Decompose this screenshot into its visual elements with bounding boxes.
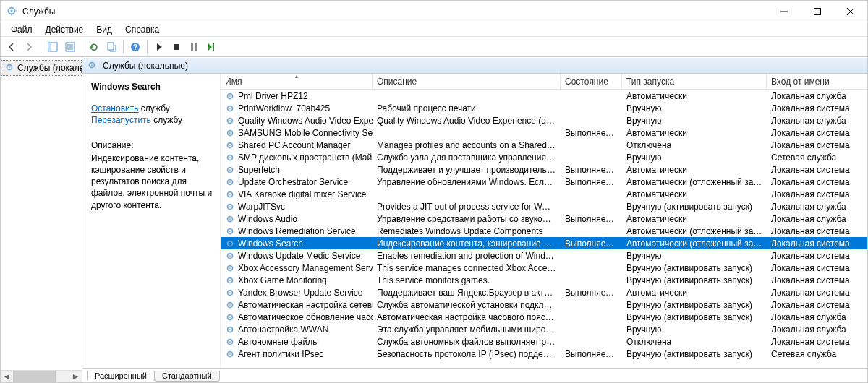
svg-rect-11 <box>48 43 51 51</box>
table-row[interactable]: SMP дисковых пространств (Майкрос...Служ… <box>221 151 867 163</box>
start-service-button[interactable] <box>151 39 167 55</box>
content-row: Windows Search Остановить службу Перезап… <box>82 74 867 368</box>
refresh-button[interactable] <box>86 39 102 55</box>
tree-horizontal-scrollbar[interactable]: ◄ ► <box>1 370 82 382</box>
table-row[interactable]: Shared PC Account ManagerManages profile… <box>221 139 867 151</box>
scroll-right-icon[interactable]: ► <box>69 371 82 383</box>
gear-icon <box>225 238 235 249</box>
stop-service-link[interactable]: Остановить <box>91 103 139 113</box>
svg-point-52 <box>229 243 231 244</box>
service-logon-cell: Локальная система <box>767 251 867 261</box>
column-logon[interactable]: Вход от имени <box>767 74 868 89</box>
column-status[interactable]: Состояние <box>561 74 622 89</box>
table-row[interactable]: Quality Windows Audio Video ExperienceQu… <box>221 114 867 126</box>
tab-extended[interactable]: Расширенный <box>87 371 155 382</box>
service-name-cell: WarpJITSvc <box>238 202 285 212</box>
table-row[interactable]: Yandex.Browser Update ServiceПоддерживае… <box>221 286 867 298</box>
service-name-cell: SMP дисковых пространств (Майкрос... <box>238 152 373 163</box>
gear-icon <box>225 275 235 285</box>
pause-service-button[interactable] <box>186 39 202 55</box>
svg-point-64 <box>229 317 231 318</box>
service-name-cell: Pml Driver HPZ12 <box>238 91 308 101</box>
scroll-left-icon[interactable]: ◄ <box>1 371 13 383</box>
menu-action[interactable]: Действие <box>40 23 90 36</box>
service-desc-cell: Автоматическая настройка часового пояса … <box>373 312 561 322</box>
table-row[interactable]: Xbox Game MonitoringThis service monitor… <box>221 274 867 286</box>
table-row[interactable]: Xbox Accessory Management ServiceThis se… <box>221 262 867 274</box>
tree-node-services[interactable]: Службы (локальн <box>1 60 82 76</box>
table-row[interactable]: Автоматическое обновление часово...Автом… <box>221 311 867 323</box>
menu-help[interactable]: Справка <box>119 23 165 36</box>
minimize-button[interactable] <box>767 1 801 22</box>
scroll-thumb[interactable] <box>13 371 56 383</box>
main-area: Службы (локальн ◄ ► Службы (локальные) W… <box>1 57 867 382</box>
right-pane: Службы (локальные) Windows Search Остано… <box>82 58 867 382</box>
export-button[interactable] <box>103 39 119 55</box>
table-row[interactable]: Pml Driver HPZ12АвтоматическиЛокальная с… <box>221 90 867 102</box>
service-logon-cell: Локальная система <box>767 238 867 249</box>
svg-point-26 <box>91 64 93 66</box>
gear-icon <box>225 349 235 359</box>
table-row[interactable]: Автономные файлыСлужба автономных файлов… <box>221 335 867 348</box>
restart-service-link[interactable]: Перезапустить <box>91 115 151 125</box>
menu-view[interactable]: Вид <box>90 23 118 36</box>
app-icon <box>7 6 18 17</box>
tree-node-label: Службы (локальн <box>17 63 82 73</box>
service-desc-cell: Служба автоматической установки подключе… <box>373 300 561 310</box>
table-row[interactable]: Windows SearchИндексирование контента, к… <box>221 237 867 249</box>
table-row[interactable]: Update Orchestrator ServiceУправление об… <box>221 176 867 188</box>
gear-icon <box>225 177 235 187</box>
service-name-cell: Windows Update Medic Service <box>238 251 360 261</box>
service-logon-cell: Сетевая служба <box>767 152 867 163</box>
service-startup-cell: Отключена <box>622 337 767 347</box>
table-row[interactable]: Агент политики IPsecБезопасность протоко… <box>221 348 867 360</box>
back-button[interactable] <box>4 39 20 55</box>
toolbar-separator <box>82 40 82 53</box>
svg-point-50 <box>229 231 231 232</box>
svg-point-68 <box>229 341 231 343</box>
svg-rect-22 <box>213 43 214 51</box>
table-row[interactable]: Windows Remediation ServiceRemediates Wi… <box>221 225 867 237</box>
scroll-track[interactable] <box>13 371 69 383</box>
table-row[interactable]: PrintWorkflow_70ab425Рабочий процесс печ… <box>221 102 867 114</box>
service-logon-cell: Сетевая служба <box>767 349 867 359</box>
service-name-cell: Shared PC Account Manager <box>238 140 350 150</box>
table-row[interactable]: Windows AudioУправление средствами работ… <box>221 212 867 225</box>
svg-point-46 <box>229 206 231 207</box>
service-name-cell: Xbox Accessory Management Service <box>238 263 373 273</box>
service-logon-cell: Локальная служба <box>767 202 867 212</box>
column-description[interactable]: Описание <box>373 74 561 89</box>
selected-service-name: Windows Search <box>91 81 213 92</box>
column-startup[interactable]: Тип запуска <box>622 74 767 89</box>
show-hide-tree-button[interactable] <box>45 39 61 55</box>
list-body[interactable]: Pml Driver HPZ12АвтоматическиЛокальная с… <box>221 90 867 368</box>
tab-standard[interactable]: Стандартный <box>154 371 220 382</box>
service-startup-cell: Автоматически <box>622 165 767 175</box>
forward-button[interactable] <box>21 39 37 55</box>
maximize-button[interactable] <box>801 1 834 22</box>
service-status-cell: Выполняется <box>561 128 622 138</box>
help-button[interactable]: ? <box>127 39 143 55</box>
properties-button[interactable] <box>62 39 78 55</box>
table-row[interactable]: SAMSUNG Mobile Connectivity ServiceВыпол… <box>221 126 867 139</box>
gear-icon <box>225 152 235 163</box>
table-row[interactable]: Автоматическая настройка сетевых ...Служ… <box>221 298 867 311</box>
titlebar: Службы <box>1 1 867 22</box>
service-startup-cell: Вручную <box>622 152 767 163</box>
svg-point-40 <box>229 169 231 171</box>
stop-service-button[interactable] <box>169 39 184 55</box>
table-row[interactable]: Windows Update Medic ServiceEnables reme… <box>221 249 867 262</box>
table-row[interactable]: SuperfetchПоддерживает и улучшает произв… <box>221 163 867 176</box>
service-startup-cell: Вручную <box>622 324 767 335</box>
service-startup-cell: Вручную <box>622 103 767 113</box>
table-row[interactable]: VIA Karaoke digital mixer ServiceАвтомат… <box>221 188 867 200</box>
table-row[interactable]: Автонастройка WWANЭта служба управляет м… <box>221 323 867 335</box>
svg-text:?: ? <box>133 43 137 51</box>
service-status-cell: Выполняется <box>561 165 622 175</box>
column-name[interactable]: Имя▴ <box>221 74 373 89</box>
table-row[interactable]: WarpJITSvcProvides a JIT out of process … <box>221 200 867 212</box>
menu-file[interactable]: Файл <box>5 23 38 36</box>
close-button[interactable] <box>834 1 867 22</box>
service-startup-cell: Автоматически <box>622 288 767 298</box>
restart-service-button[interactable] <box>203 39 219 55</box>
